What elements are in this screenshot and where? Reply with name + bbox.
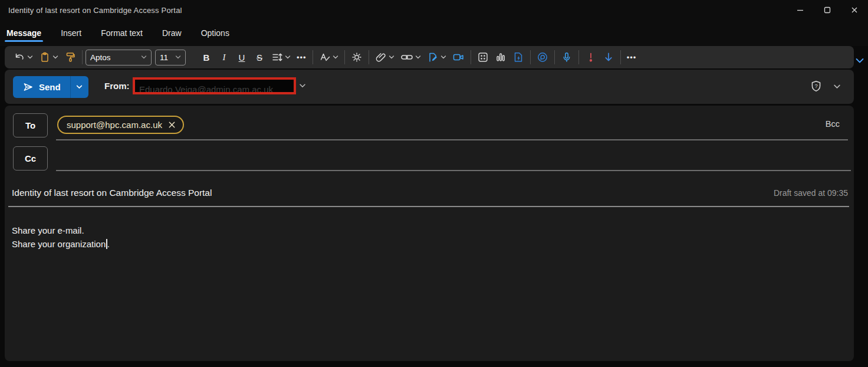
divider	[344, 50, 345, 64]
close-icon	[850, 6, 859, 14]
paste-icon	[39, 51, 51, 63]
quick-document-button[interactable]	[509, 49, 527, 65]
chevron-down-icon	[76, 84, 83, 90]
font-name-value: Aptos	[90, 53, 111, 62]
paperclip-icon	[375, 51, 387, 63]
divider	[313, 50, 313, 64]
subject-input[interactable]: Identity of last resort on Cambridge Acc…	[12, 188, 212, 198]
cc-button[interactable]: Cc	[13, 146, 48, 171]
minimize-icon	[796, 6, 804, 14]
divider	[471, 50, 471, 64]
from-email-address: Eduardo.Veiga@admin.cam.ac.uk	[135, 80, 294, 94]
remove-recipient-icon[interactable]	[168, 121, 176, 129]
high-importance-button[interactable]	[582, 49, 600, 65]
to-button[interactable]: To	[13, 113, 48, 137]
undo-icon	[14, 51, 25, 63]
apps-grid-icon	[477, 51, 489, 63]
body-text: .	[107, 239, 110, 249]
cc-field-underline[interactable]	[56, 170, 851, 171]
video-camera-icon	[452, 51, 465, 63]
send-from-row: Send From: Eduardo.Veiga@admin.cam.ac.uk…	[5, 70, 854, 104]
signature-button[interactable]	[424, 49, 449, 65]
chevron-down-icon	[175, 55, 181, 60]
sun-icon	[351, 51, 363, 63]
message-body-editor[interactable]: Share your e-mail. Share your organizati…	[12, 224, 842, 251]
bcc-toggle[interactable]: Bcc	[826, 119, 840, 129]
underline-icon: U	[236, 53, 248, 63]
low-importance-button[interactable]	[600, 49, 617, 65]
divider	[554, 50, 555, 64]
tab-message[interactable]: Message	[6, 21, 42, 45]
styles-button[interactable]	[316, 49, 341, 65]
chevron-down-icon	[52, 55, 58, 60]
italic-icon: I	[218, 53, 230, 63]
recipient-chip[interactable]: support@hpc.cam.ac.uk	[57, 116, 184, 134]
svg-text:?: ?	[814, 83, 817, 89]
link-icon	[400, 51, 413, 63]
font-size-value: 11	[160, 53, 168, 62]
paste-button[interactable]	[36, 49, 61, 65]
chevron-down-icon	[855, 57, 864, 64]
chevron-down-icon	[415, 55, 421, 60]
tab-draw[interactable]: Draw	[162, 21, 182, 45]
video-meeting-button[interactable]	[449, 49, 468, 65]
body-line: Share your organization.	[12, 237, 842, 251]
tab-format-text[interactable]: Format text	[100, 21, 143, 45]
send-split-button: Send	[13, 76, 88, 98]
line-spacing-button[interactable]	[268, 49, 294, 65]
more-options-button[interactable]: •••	[624, 51, 640, 64]
maximize-button[interactable]	[814, 0, 841, 20]
send-button[interactable]: Send	[13, 76, 70, 98]
divider	[369, 50, 369, 64]
shield-question-icon: ?	[810, 80, 823, 93]
bold-icon: B	[200, 53, 212, 63]
compose-area: To support@hpc.cam.ac.uk Bcc Cc Identity…	[5, 106, 854, 361]
send-options-button[interactable]	[70, 76, 88, 98]
close-button[interactable]	[841, 0, 868, 20]
loop-component-button[interactable]	[534, 49, 551, 65]
message-options-group: ?	[810, 80, 841, 93]
font-name-select[interactable]: Aptos	[86, 50, 152, 65]
expand-options-button[interactable]	[833, 84, 841, 90]
lighting-button[interactable]	[348, 49, 366, 65]
recipient-email: support@hpc.cam.ac.uk	[67, 120, 162, 130]
bold-button[interactable]: B	[198, 50, 215, 65]
microphone-icon	[561, 51, 573, 63]
chevron-down-icon	[27, 55, 33, 60]
ribbon-tab-bar: Message Insert Format text Draw Options	[0, 20, 868, 46]
chevron-down-icon	[333, 55, 338, 60]
window-title: Identity of last resort on Cambridge Acc…	[0, 6, 182, 15]
format-painter-button[interactable]	[61, 49, 79, 65]
poll-button[interactable]	[492, 49, 509, 65]
attach-file-button[interactable]	[372, 49, 397, 65]
to-field-underline[interactable]	[56, 139, 848, 140]
text-style-pen-icon	[319, 51, 331, 63]
protection-help-button[interactable]: ?	[810, 80, 823, 93]
from-address-annotation-box[interactable]: Eduardo.Veiga@admin.cam.ac.uk	[133, 77, 296, 94]
strikethrough-icon: S	[254, 53, 265, 63]
ellipsis-icon: •••	[297, 53, 307, 62]
strikethrough-button[interactable]: S	[251, 50, 268, 65]
apps-button[interactable]	[474, 49, 492, 65]
font-size-select[interactable]: 11	[155, 50, 186, 65]
insert-link-button[interactable]	[397, 49, 424, 65]
more-formatting-button[interactable]: •••	[294, 51, 310, 64]
dictate-button[interactable]	[558, 49, 576, 65]
high-importance-icon	[585, 51, 597, 63]
chevron-down-icon	[141, 55, 147, 60]
low-importance-arrow-icon	[603, 51, 614, 63]
divider	[578, 50, 579, 64]
send-label: Send	[39, 82, 61, 92]
italic-button[interactable]: I	[215, 50, 233, 65]
tab-options[interactable]: Options	[200, 21, 230, 45]
window-controls	[787, 0, 868, 20]
draft-saved-status: Draft saved at 09:35	[774, 188, 848, 198]
from-dropdown-button[interactable]	[299, 83, 306, 89]
underline-button[interactable]: U	[233, 50, 251, 65]
ribbon-collapse-button[interactable]	[855, 57, 864, 64]
signature-document-icon	[427, 51, 439, 63]
tab-insert[interactable]: Insert	[60, 21, 82, 45]
loop-icon	[537, 51, 548, 63]
undo-button[interactable]	[11, 49, 36, 65]
minimize-button[interactable]	[787, 0, 814, 20]
